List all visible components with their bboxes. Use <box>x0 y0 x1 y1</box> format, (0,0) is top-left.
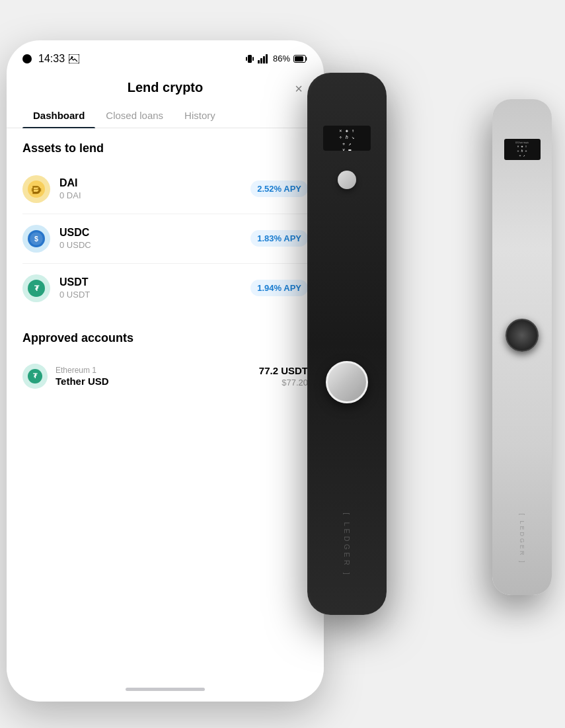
app-header: Lend crypto × <box>7 69 324 95</box>
ledger-back-screen: Ethereum × ◈ ↑ ÷ ℏ + + ↗ <box>504 139 541 160</box>
vibrate-icon <box>245 54 254 64</box>
status-bar: 14:33 86% <box>7 40 324 69</box>
asset-item-usdc[interactable]: $ USDC 0 USDC 1.83% APY <box>22 214 308 264</box>
approved-list: ₮ Ethereum 1 Tether USD 77.2 USDT $77.20 <box>22 354 308 398</box>
ledger-top-button[interactable] <box>338 171 356 189</box>
dai-info: DAI 0 DAI <box>59 177 250 200</box>
usdt-info: USDT 0 USDT <box>59 276 250 300</box>
image-icon <box>69 54 79 63</box>
svg-rect-6 <box>260 58 262 63</box>
svg-rect-4 <box>252 57 254 61</box>
signal-icon <box>258 54 270 63</box>
usdc-icon: $ <box>22 225 50 253</box>
ledger-front-label: [ LEDGER ] <box>343 512 351 577</box>
usdc-name: USDC <box>59 227 250 239</box>
asset-list: DAI 0 DAI 2.52% APY $ US <box>22 165 308 313</box>
devices-area: Bitcoin × ◈ ↑ ÷ ℏ ↘ + ↗ ∨ ▬ [ LEDGER ] E… <box>287 33 565 681</box>
scroll-content[interactable]: Assets to lend DAI 0 DAI 2.52% APY <box>7 128 324 678</box>
usdc-balance: 0 USDC <box>59 240 250 250</box>
approved-name: Tether USD <box>56 376 259 387</box>
approved-info: Ethereum 1 Tether USD <box>56 366 259 387</box>
usdc-info: USDC 0 USDC <box>59 227 250 250</box>
phone-shell: 14:33 86% <box>7 40 324 702</box>
camera-dot <box>22 54 32 63</box>
dai-icon <box>22 175 50 203</box>
svg-text:$: $ <box>34 235 38 243</box>
app-content: Lend crypto × Dashboard Closed loans His… <box>7 69 324 702</box>
svg-rect-7 <box>263 56 265 63</box>
approved-network: Ethereum 1 <box>56 366 259 375</box>
tab-bar: Dashboard Closed loans History <box>7 103 324 128</box>
svg-text:₮: ₮ <box>34 284 40 292</box>
ledger-back-device: Ethereum × ◈ ↑ ÷ ℏ + + ↗ [ LEDGER ] <box>492 99 552 595</box>
usdt-icon: ₮ <box>22 274 50 302</box>
svg-rect-8 <box>266 54 268 63</box>
dai-balance: 0 DAI <box>59 190 250 200</box>
home-indicator <box>126 688 205 691</box>
ledger-front-screen: Bitcoin × ◈ ↑ ÷ ℏ ↘ + ↗ ∨ ▬ <box>323 126 371 151</box>
approved-usdt-icon: ₮ <box>22 364 48 389</box>
bottom-bar <box>7 678 324 702</box>
ledger-front-device: Bitcoin × ◈ ↑ ÷ ℏ ↘ + ↗ ∨ ▬ [ LEDGER ] <box>307 73 387 615</box>
tab-history[interactable]: History <box>174 103 226 128</box>
svg-rect-3 <box>246 57 247 61</box>
ledger-back-button[interactable] <box>506 319 539 352</box>
app-title: Lend crypto <box>128 80 203 95</box>
asset-item-dai[interactable]: DAI 0 DAI 2.52% APY <box>22 165 308 214</box>
ledger-back-label: [ LEDGER ] <box>519 513 525 564</box>
usdt-balance: 0 USDT <box>59 290 250 300</box>
ledger-bottom-button[interactable] <box>326 361 368 403</box>
asset-item-usdt[interactable]: ₮ USDT 0 USDT 1.94% APY <box>22 264 308 313</box>
svg-text:₮: ₮ <box>33 372 38 380</box>
approved-item-eth1-usdt[interactable]: ₮ Ethereum 1 Tether USD 77.2 USDT $77.20 <box>22 354 308 398</box>
status-time: 14:33 <box>38 53 65 65</box>
svg-rect-2 <box>248 55 252 63</box>
approved-section-title: Approved accounts <box>22 331 308 345</box>
usdt-name: USDT <box>59 276 250 288</box>
svg-rect-5 <box>258 60 260 63</box>
dai-name: DAI <box>59 177 250 189</box>
tab-closed-loans[interactable]: Closed loans <box>95 103 174 128</box>
assets-section-title: Assets to lend <box>22 142 308 155</box>
tab-dashboard[interactable]: Dashboard <box>22 103 95 128</box>
